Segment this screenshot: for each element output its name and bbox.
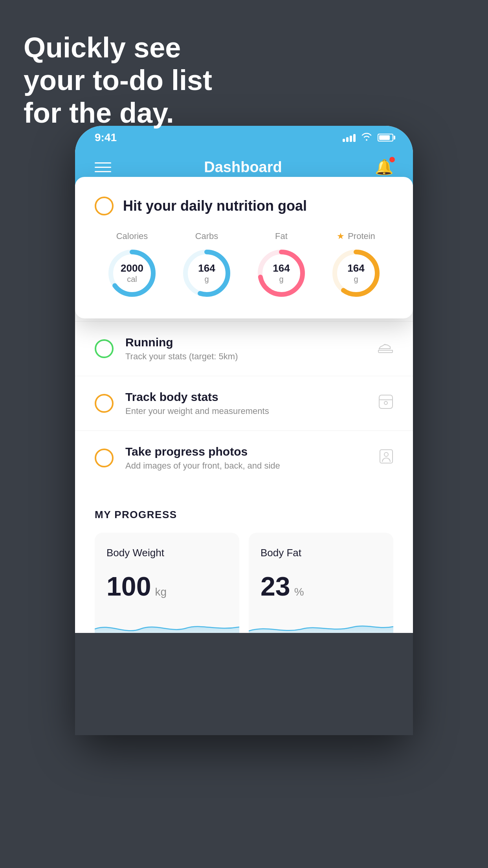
battery-icon [378,134,393,142]
nutrition-carbs: Carbs 164 g [181,231,232,299]
person-icon [379,449,393,467]
hero-text: Quickly see your to-do list for the day. [24,31,212,129]
running-title: Running [125,336,366,349]
progress-cards: Body Weight 100 kg [95,533,393,641]
status-bar: 9:41 [75,126,413,149]
body-fat-value-row: 23 % [261,571,382,601]
body-fat-value: 23 [261,571,290,601]
scale-icon [378,394,393,413]
progress-heading: MY PROGRESS [95,509,393,521]
body-fat-card: Body Fat 23 % [249,533,393,641]
body-fat-title: Body Fat [261,547,382,559]
notification-bell-icon[interactable]: 🔔 [375,158,393,176]
calories-label: Calories [116,231,148,241]
body-stats-checkbox[interactable] [95,394,114,413]
hero-line1: Quickly see [24,31,212,64]
phone-mockup: 9:41 [75,126,413,735]
body-weight-card: Body Weight 100 kg [95,533,239,641]
body-stats-text: Track body stats Enter your weight and m… [125,390,367,416]
running-checkbox[interactable] [95,339,114,358]
calories-donut: 2000 cal [106,248,158,299]
todo-item-running[interactable]: Running Track your stats (target: 5km) [75,321,413,376]
nutrition-calories: Calories 2000 cal [106,231,158,299]
nutrition-card-title: Hit your daily nutrition goal [123,198,307,214]
notification-dot [389,157,395,162]
hero-line2: your to-do list [24,64,212,97]
body-weight-unit: kg [155,586,167,598]
body-fat-unit: % [294,586,304,598]
todo-item-photos[interactable]: Take progress photos Add images of your … [75,430,413,485]
nav-title: Dashboard [204,159,282,176]
nutrition-card-header: Hit your daily nutrition goal [95,197,393,215]
body-weight-value: 100 [106,571,151,601]
protein-label: ★ Protein [337,231,375,241]
photos-text: Take progress photos Add images of your … [125,445,367,471]
nutrition-protein: ★ Protein 164 g [330,231,382,299]
hamburger-menu[interactable] [95,162,111,172]
body-stats-subtitle: Enter your weight and measurements [125,406,367,416]
star-icon: ★ [337,231,345,241]
photos-checkbox[interactable] [95,449,114,467]
nutrition-card: Hit your daily nutrition goal Calories [75,177,413,318]
carbs-label: Carbs [195,231,218,241]
status-icons [343,132,393,143]
nutrition-fat: Fat 164 g [256,231,307,299]
wifi-icon [361,132,372,143]
nutrition-checkbox[interactable] [95,197,114,215]
fat-label: Fat [275,231,288,241]
protein-donut: 164 g [330,248,382,299]
body-weight-title: Body Weight [106,547,227,559]
running-shoe-icon [378,340,393,357]
status-time: 9:41 [95,131,117,144]
svg-point-12 [384,452,388,456]
photos-subtitle: Add images of your front, back, and side [125,461,367,471]
body-stats-title: Track body stats [125,390,367,404]
hero-line3: for the day. [24,97,212,129]
carbs-donut: 164 g [181,248,232,299]
running-subtitle: Track your stats (target: 5km) [125,351,366,362]
todo-item-body-stats[interactable]: Track body stats Enter your weight and m… [75,376,413,430]
signal-icon [343,133,356,142]
svg-point-10 [384,401,387,405]
nutrition-circles: Calories 2000 cal [95,231,393,299]
fat-donut: 164 g [256,248,307,299]
photos-title: Take progress photos [125,445,367,458]
dark-blob [75,633,413,735]
body-weight-value-row: 100 kg [106,571,227,601]
running-text: Running Track your stats (target: 5km) [125,336,366,362]
todo-list: Running Track your stats (target: 5km) [75,321,413,485]
